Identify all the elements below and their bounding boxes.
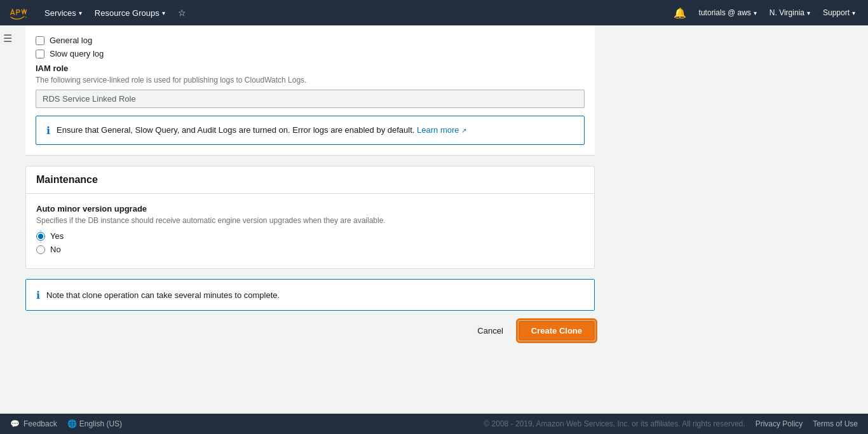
logs-info-main: Ensure that General, Slow Query, and Aud… xyxy=(57,125,414,135)
note-box: ℹ Note that clone operation can take sev… xyxy=(25,279,595,311)
auto-minor-section: Auto minor version upgrade Specifies if … xyxy=(26,194,594,268)
cancel-button[interactable]: Cancel xyxy=(470,322,510,339)
note-text: Note that clone operation can take sever… xyxy=(46,290,280,300)
no-label[interactable]: No xyxy=(50,245,61,254)
maintenance-card: Maintenance Auto minor version upgrade S… xyxy=(25,166,595,269)
logs-info-box: ℹ Ensure that General, Slow Query, and A… xyxy=(36,116,585,145)
logs-info-text: Ensure that General, Slow Query, and Aud… xyxy=(57,124,466,137)
maintenance-title: Maintenance xyxy=(36,174,584,186)
yes-radio-row: Yes xyxy=(36,231,584,241)
services-chevron-icon: ▾ xyxy=(79,10,82,17)
main-content: General log Slow query log IAM role The … xyxy=(0,25,610,386)
resource-groups-label: Resource Groups xyxy=(95,8,159,18)
yes-radio[interactable] xyxy=(36,232,45,241)
resource-groups-chevron-icon: ▾ xyxy=(162,10,165,17)
user-menu-button[interactable]: tutorials @ aws ▾ xyxy=(694,6,762,20)
logs-card: General log Slow query log IAM role The … xyxy=(25,25,595,156)
info-icon: ℹ xyxy=(46,125,50,137)
services-nav-label: Services xyxy=(44,8,76,18)
services-nav-button[interactable]: Services ▾ xyxy=(39,6,87,20)
bookmark-button[interactable]: ☆ xyxy=(173,5,191,20)
learn-more-link[interactable]: Learn more ↗ xyxy=(417,125,466,135)
create-clone-button[interactable]: Create Clone xyxy=(519,321,595,341)
region-chevron-icon: ▾ xyxy=(807,10,810,17)
action-bar: Cancel Create Clone xyxy=(25,311,595,346)
slow-query-checkbox[interactable] xyxy=(36,50,44,58)
support-label: Support xyxy=(823,8,850,17)
external-link-icon: ↗ xyxy=(461,127,466,134)
user-chevron-icon: ▾ xyxy=(754,10,757,17)
sidebar-toggle[interactable]: ☰ xyxy=(0,25,15,51)
learn-more-label: Learn more xyxy=(417,125,459,135)
slow-query-log-row: Slow query log xyxy=(36,49,585,58)
note-info-icon: ℹ xyxy=(36,289,40,301)
iam-role-input[interactable] xyxy=(36,90,585,108)
support-menu-button[interactable]: Support ▾ xyxy=(818,6,860,20)
general-log-row: General log xyxy=(36,36,585,45)
auto-minor-desc: Specifies if the DB instance should rece… xyxy=(36,216,584,225)
slow-query-label[interactable]: Slow query log xyxy=(50,49,104,58)
region-menu-button[interactable]: N. Virginia ▾ xyxy=(764,6,815,20)
general-log-label[interactable]: General log xyxy=(50,36,92,45)
yes-label[interactable]: Yes xyxy=(50,231,64,241)
maintenance-card-header: Maintenance xyxy=(26,166,594,194)
no-radio-row: No xyxy=(36,245,584,254)
notifications-icon[interactable]: 🔔 xyxy=(668,4,691,22)
nav-right: 🔔 tutorials @ aws ▾ N. Virginia ▾ Suppor… xyxy=(668,4,860,22)
auto-minor-title: Auto minor version upgrade xyxy=(36,204,584,214)
user-label: tutorials @ aws xyxy=(699,8,751,17)
top-nav: Services ▾ Resource Groups ▾ ☆ 🔔 tutoria… xyxy=(0,0,868,25)
region-label: N. Virginia xyxy=(770,8,804,17)
aws-logo xyxy=(8,5,32,20)
iam-role-desc: The following service-linked role is use… xyxy=(36,76,585,85)
general-log-checkbox[interactable] xyxy=(36,36,44,45)
no-radio[interactable] xyxy=(36,245,45,254)
logs-card-body: General log Slow query log IAM role The … xyxy=(25,25,595,155)
support-chevron-icon: ▾ xyxy=(852,10,855,17)
resource-groups-nav-button[interactable]: Resource Groups ▾ xyxy=(90,6,170,20)
iam-role-label: IAM role xyxy=(36,64,585,73)
